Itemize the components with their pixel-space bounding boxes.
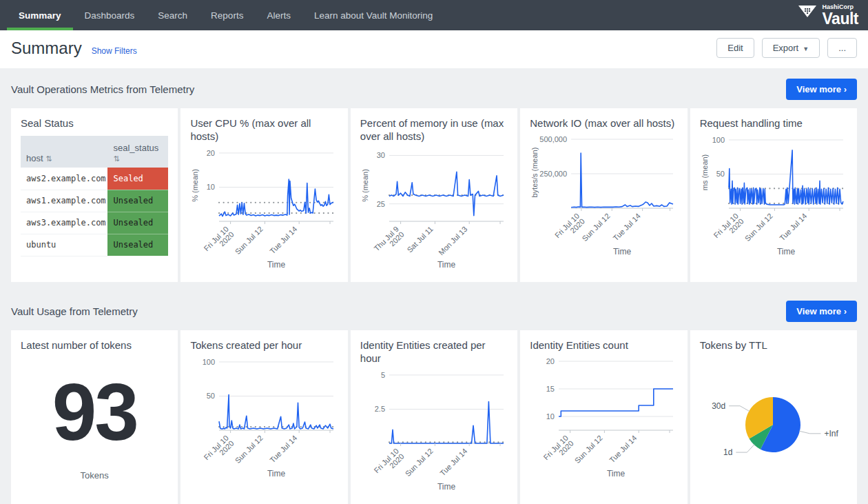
table-row[interactable]: aws3.example.com Unsealed	[21, 212, 168, 234]
request-time-panel: Request handling time 50100Fri Jul 10202…	[690, 108, 857, 282]
svg-text:30: 30	[377, 152, 385, 160]
brand-product: Vault	[823, 11, 858, 27]
table-row[interactable]: ubuntu Unsealed	[21, 234, 168, 256]
status-cell: Unsealed	[107, 212, 168, 234]
svg-text:+Inf: +Inf	[824, 429, 838, 439]
panel-title: Percent of memory in use (max over all h…	[360, 117, 508, 143]
hashicorp-vault-brand: HashiCorp Vault	[797, 0, 868, 30]
svg-text:Fri Jul 102020: Fri Jul 102020	[542, 434, 575, 467]
svg-text:Fri Jul 102020: Fri Jul 102020	[712, 212, 745, 245]
status-cell: Unsealed	[107, 190, 168, 212]
latest-tokens-panel: Latest number of tokens 93 Tokens	[11, 330, 178, 504]
show-filters-link[interactable]: Show Filters	[92, 46, 137, 56]
svg-text:Fri Jul 102020: Fri Jul 102020	[203, 434, 236, 467]
svg-text:5: 5	[381, 371, 385, 379]
svg-text:30d: 30d	[712, 401, 725, 411]
token-count-value: 93	[21, 372, 168, 452]
section-title: Vault Usage from Telemetry	[11, 305, 138, 317]
nav-item-alerts[interactable]: Alerts	[255, 0, 302, 30]
host-cell: ubuntu	[21, 234, 107, 256]
svg-text:Sun Jul 12: Sun Jul 12	[234, 434, 265, 465]
nav-item-reports[interactable]: Reports	[199, 0, 255, 30]
panel-title: Seal Status	[21, 117, 168, 130]
edit-button[interactable]: Edit	[716, 38, 754, 58]
tokens-created-panel: Tokens created per hour 50100Fri Jul 102…	[180, 330, 347, 504]
panel-title: Network IO (max over all hosts)	[530, 117, 677, 130]
svg-text:Fri Jul 102020: Fri Jul 102020	[553, 212, 586, 245]
seal-status-column-header[interactable]: seal_status ⇅	[107, 136, 168, 168]
memory-chart[interactable]: 2530Thu Jul 92020Sat Jul 11Mon Jul 13% (…	[360, 144, 508, 270]
svg-text:Time: Time	[267, 260, 286, 270]
table-row[interactable]: aws2.example.com Sealed	[21, 168, 168, 190]
svg-text:20: 20	[207, 149, 215, 157]
svg-text:Tue Jul 14: Tue Jul 14	[612, 212, 643, 243]
status-cell: Sealed	[107, 168, 168, 190]
user-cpu-chart[interactable]: 1020Fri Jul 102020Sun Jul 12Tue Jul 14% …	[190, 144, 338, 270]
svg-text:Sun Jul 12: Sun Jul 12	[234, 225, 265, 256]
svg-text:Fri Jul 102020: Fri Jul 102020	[203, 225, 236, 258]
table-row[interactable]: aws1.example.com Unsealed	[21, 190, 168, 212]
svg-text:1d: 1d	[723, 447, 732, 457]
identity-created-chart[interactable]: 2.55Fri Jul 102020Sun Jul 12Tue Jul 14Ti…	[360, 366, 508, 492]
panel-title: Identity Entities count	[530, 339, 677, 352]
svg-text:100: 100	[203, 358, 215, 366]
svg-text:Tue Jul 14: Tue Jul 14	[268, 225, 299, 256]
svg-text:Mon Jul 13: Mon Jul 13	[437, 225, 469, 257]
svg-text:Sun Jul 12: Sun Jul 12	[573, 434, 604, 465]
svg-text:ms (mean): ms (mean)	[701, 154, 709, 191]
svg-text:250,000: 250,000	[540, 170, 568, 178]
identity-count-panel: Identity Entities count 101520Fri Jul 10…	[520, 330, 687, 504]
tokens-by-ttl-pie[interactable]: +Inf1d30d	[700, 353, 847, 487]
svg-text:Tue Jul 14: Tue Jul 14	[438, 447, 469, 478]
nav-item-dashboards[interactable]: Dashboards	[73, 0, 147, 30]
svg-text:Sun Jul 12: Sun Jul 12	[743, 212, 774, 243]
page-header: Summary Show Filters Edit Export▼ ...	[0, 30, 868, 68]
svg-text:Time: Time	[777, 247, 796, 256]
svg-text:2.5: 2.5	[375, 405, 385, 414]
panel-title: Tokens by TTL	[700, 339, 847, 352]
vault-logo-icon	[797, 5, 818, 26]
host-column-header[interactable]: host ⇅	[21, 136, 107, 168]
host-cell: aws2.example.com	[21, 168, 107, 190]
svg-text:100: 100	[712, 136, 724, 144]
view-more-button-usage[interactable]: View more ›	[786, 301, 857, 322]
seal-status-table: host ⇅ seal_status ⇅ aws2.example.com Se…	[21, 136, 168, 256]
svg-text:Sun Jul 12: Sun Jul 12	[403, 447, 434, 478]
panel-title: User CPU % (max over all hosts)	[190, 117, 338, 143]
svg-text:Thu Jul 92020: Thu Jul 92020	[372, 225, 405, 258]
svg-text:Time: Time	[437, 260, 456, 270]
tokens-created-chart[interactable]: 50100Fri Jul 102020Sun Jul 12Tue Jul 14T…	[190, 353, 338, 478]
svg-text:10: 10	[546, 412, 555, 421]
network-io-chart[interactable]: 250,000500,000Fri Jul 102020Sun Jul 12Tu…	[530, 131, 677, 256]
tokens-by-ttl-panel: Tokens by TTL +Inf1d30d	[690, 330, 857, 504]
sort-icon: ⇅	[45, 154, 52, 163]
svg-text:Time: Time	[267, 469, 286, 478]
svg-text:500,000: 500,000	[540, 135, 568, 143]
nav-item-summary[interactable]: Summary	[7, 0, 73, 30]
host-cell: aws3.example.com	[21, 212, 107, 234]
svg-text:50: 50	[716, 170, 724, 179]
svg-text:Tue Jul 14: Tue Jul 14	[608, 434, 639, 465]
nav-item-learn-vault-monitoring[interactable]: Learn about Vault Monitoring	[302, 0, 444, 30]
export-button[interactable]: Export▼	[762, 38, 820, 58]
svg-text:Sat Jul 11: Sat Jul 11	[405, 225, 435, 254]
page-title: Summary	[11, 39, 82, 58]
panel-title: Identity Entities created per hour	[360, 339, 508, 365]
svg-text:Time: Time	[613, 247, 632, 256]
nav-item-search[interactable]: Search	[146, 0, 199, 30]
svg-text:15: 15	[546, 385, 555, 393]
svg-text:Time: Time	[607, 469, 626, 478]
memory-panel: Percent of memory in use (max over all h…	[351, 108, 517, 282]
more-options-button[interactable]: ...	[827, 38, 857, 58]
svg-text:20: 20	[546, 357, 555, 365]
view-more-button-operations[interactable]: View more ›	[786, 79, 857, 100]
request-time-chart[interactable]: 50100Fri Jul 102020Sun Jul 12Tue Jul 14m…	[700, 131, 847, 256]
token-count-caption: Tokens	[21, 470, 168, 481]
svg-text:bytes/s (mean): bytes/s (mean)	[530, 148, 539, 198]
top-nav: Summary Dashboards Search Reports Alerts…	[0, 0, 868, 30]
identity-count-chart[interactable]: 101520Fri Jul 102020Sun Jul 12Tue Jul 14…	[530, 353, 677, 478]
svg-text:10: 10	[207, 183, 215, 192]
network-io-panel: Network IO (max over all hosts) 250,0005…	[520, 108, 687, 282]
operations-panels-row: Seal Status host ⇅ seal_status ⇅ aws2.ex…	[11, 108, 857, 282]
caret-down-icon: ▼	[803, 46, 809, 52]
